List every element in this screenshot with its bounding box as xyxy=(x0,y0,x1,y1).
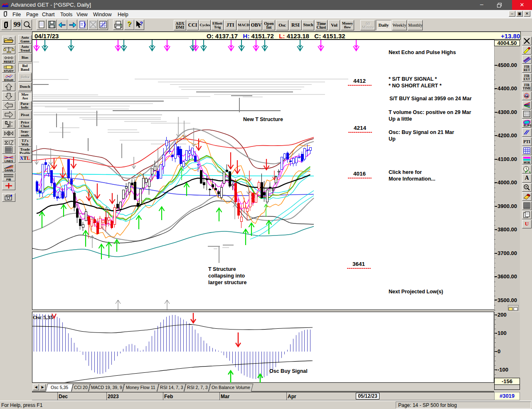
svg-text:New T Structure: New T Structure xyxy=(243,117,283,122)
svg-text:Up a little: Up a little xyxy=(389,116,412,122)
svg-text:T Structure: T Structure xyxy=(208,266,236,272)
svg-text:Osc Buy Signal: Osc Buy Signal xyxy=(269,368,308,374)
svg-text:RESET: RESET xyxy=(4,60,14,63)
svg-text:T volume Osc: positive on 29 M: T volume Osc: positive on 29 Mar xyxy=(389,109,471,115)
svg-text:4016: 4016 xyxy=(353,171,366,177)
svg-text:?: ? xyxy=(140,20,143,27)
svg-text:ELIPS: ELIPS xyxy=(524,124,531,127)
svg-text:Up: Up xyxy=(389,136,396,142)
svg-text:larger structure: larger structure xyxy=(208,280,246,285)
svg-text:LINES: LINES xyxy=(5,160,13,163)
svg-text:* S/T BUY SIGNAL *: * S/T BUY SIGNAL * xyxy=(389,76,437,82)
svg-text:Next Echo and Pulse Highs: Next Echo and Pulse Highs xyxy=(389,50,456,55)
svg-text:GANN: GANN xyxy=(5,169,13,172)
svg-text:More Information...: More Information... xyxy=(389,176,436,182)
svg-text:Click here for: Click here for xyxy=(389,169,422,175)
svg-text:FIB: FIB xyxy=(525,95,529,98)
svg-text:collapsing into: collapsing into xyxy=(208,273,245,279)
svg-text:Osc: Buy Signal on 21 Mar: Osc: Buy Signal on 21 Mar xyxy=(389,129,454,135)
svg-text:MOB: MOB xyxy=(524,161,530,164)
svg-text:3641: 3641 xyxy=(352,261,365,267)
svg-text:STUDY: STUDY xyxy=(4,69,14,72)
svg-text:S/T BUY Signal at 3959 on 24 M: S/T BUY Signal at 3959 on 24 Mar xyxy=(389,96,472,102)
svg-text:Elliott: Elliott xyxy=(4,78,14,82)
svg-text:4214: 4214 xyxy=(354,125,367,131)
svg-text:* NO SHORT ALERT *: * NO SHORT ALERT * xyxy=(389,83,441,89)
svg-text:Next Projected Low(s): Next Projected Low(s) xyxy=(389,289,443,295)
svg-text:FIB: FIB xyxy=(6,178,11,181)
svg-text:4412: 4412 xyxy=(353,78,366,84)
svg-text:Osc 5,35: Osc 5,35 xyxy=(33,314,53,320)
